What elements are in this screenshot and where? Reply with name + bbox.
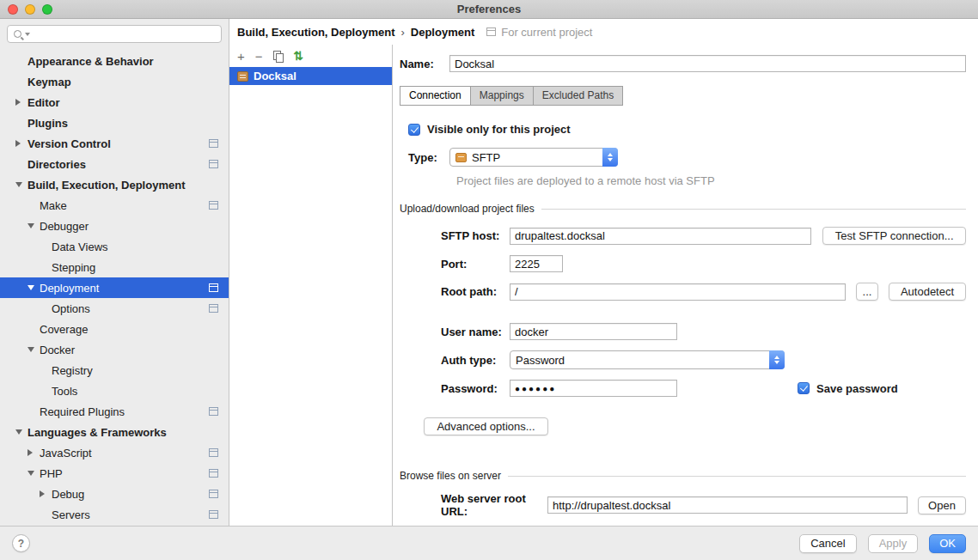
add-server-icon[interactable]: +: [237, 50, 245, 63]
project-level-icon: [486, 27, 496, 36]
sync-server-icon[interactable]: ⇅: [294, 50, 304, 62]
chevron-right-icon[interactable]: [15, 140, 28, 147]
traffic-lights: [8, 4, 52, 15]
breadcrumb-deployment[interactable]: Deployment: [411, 26, 474, 39]
auth-type-dropdown[interactable]: Password: [510, 350, 785, 369]
breadcrumb-separator-icon: ›: [400, 26, 404, 39]
sidebar-item-label: Docker: [40, 344, 75, 356]
server-list-item-docksal[interactable]: Docksal: [229, 67, 392, 85]
zoom-window-button[interactable]: [42, 4, 52, 15]
search-options-chevron-icon[interactable]: [25, 33, 30, 36]
sidebar-item-stepping[interactable]: Stepping: [0, 257, 229, 277]
save-password-label: Save password: [816, 382, 898, 395]
deployment-server-icon: [237, 71, 248, 82]
sftp-icon: [455, 153, 467, 162]
test-sftp-connection-button[interactable]: Test SFTP connection...: [822, 227, 966, 245]
sidebar-item-label: Data Views: [52, 240, 108, 253]
project-level-icon: [209, 407, 218, 416]
type-dropdown[interactable]: SFTP: [449, 148, 618, 167]
root-path-label: Root path:: [441, 285, 510, 298]
chevron-right-icon[interactable]: [28, 449, 40, 456]
port-input[interactable]: [510, 255, 563, 272]
cancel-button[interactable]: Cancel: [799, 534, 856, 553]
search-icon: [14, 30, 21, 38]
tab-excluded-paths[interactable]: Excluded Paths: [533, 86, 623, 106]
tab-mappings[interactable]: Mappings: [470, 86, 534, 106]
breadcrumb: Build, Execution, Deployment › Deploymen…: [229, 19, 978, 45]
visible-only-label: Visible only for this project: [427, 123, 571, 136]
project-level-icon: [209, 469, 218, 478]
settings-search-input[interactable]: [7, 25, 222, 43]
for-current-project-label: For current project: [501, 26, 592, 39]
sidebar-item-version-control[interactable]: Version Control: [0, 133, 229, 154]
sidebar-item-php[interactable]: PHP: [0, 463, 229, 484]
sidebar-item-languages-frameworks[interactable]: Languages & Frameworks: [0, 422, 229, 442]
type-help-text: Project files are deployed to a remote h…: [456, 174, 966, 187]
sidebar-item-servers[interactable]: Servers: [0, 504, 229, 525]
sidebar-item-required-plugins[interactable]: Required Plugins: [0, 401, 229, 422]
sidebar-item-editor[interactable]: Editor: [0, 92, 229, 113]
sidebar-item-options[interactable]: Options: [0, 298, 229, 319]
sidebar-item-label: Plugins: [28, 117, 68, 130]
sidebar-item-deployment[interactable]: Deployment: [0, 277, 229, 298]
sidebar-item-coverage[interactable]: Coverage: [0, 319, 229, 339]
name-input[interactable]: [449, 55, 966, 72]
save-password-checkbox[interactable]: [798, 382, 810, 394]
chevron-down-icon[interactable]: [15, 429, 28, 435]
sidebar-item-debug[interactable]: Debug: [0, 484, 229, 504]
sidebar-item-build-execution-deployment[interactable]: Build, Execution, Deployment: [0, 174, 229, 195]
sidebar-item-tools[interactable]: Tools: [0, 380, 229, 401]
root-path-input[interactable]: [510, 283, 846, 301]
sidebar-item-javascript[interactable]: JavaScript: [0, 442, 229, 463]
password-input[interactable]: [510, 380, 677, 397]
open-button[interactable]: Open: [918, 496, 966, 514]
sidebar-item-keymap[interactable]: Keymap: [0, 71, 229, 92]
copy-server-icon[interactable]: [273, 51, 284, 62]
chevron-right-icon[interactable]: [15, 99, 28, 106]
chevron-down-icon[interactable]: [28, 285, 40, 290]
breadcrumb-build-execution-deployment[interactable]: Build, Execution, Deployment: [237, 26, 394, 39]
type-label: Type:: [408, 151, 449, 164]
chevron-down-icon[interactable]: [28, 471, 40, 476]
sidebar-item-debugger[interactable]: Debugger: [0, 216, 229, 236]
web-root-input[interactable]: [547, 496, 908, 514]
sidebar-item-label: Coverage: [40, 323, 88, 336]
sidebar-item-registry[interactable]: Registry: [0, 360, 229, 380]
dropdown-stepper-icon[interactable]: [602, 148, 618, 167]
chevron-down-icon[interactable]: [15, 182, 28, 187]
sidebar-item-make[interactable]: Make: [0, 195, 229, 216]
sidebar-item-label: Tools: [52, 385, 77, 398]
sidebar-item-label: Servers: [52, 508, 90, 521]
section-divider: [541, 209, 966, 210]
name-label: Name:: [400, 58, 449, 70]
auth-type-label: Auth type:: [441, 354, 510, 367]
minimize-window-button[interactable]: [25, 4, 35, 15]
close-window-button[interactable]: [8, 4, 18, 15]
visible-only-checkbox[interactable]: [408, 124, 420, 136]
apply-button[interactable]: Apply: [868, 534, 919, 553]
chevron-down-icon[interactable]: [28, 223, 40, 228]
sidebar-item-label: Make: [40, 199, 67, 212]
browse-root-path-button[interactable]: ...: [856, 283, 878, 301]
remove-server-icon[interactable]: −: [255, 50, 263, 63]
tab-connection[interactable]: Connection: [400, 86, 471, 106]
dropdown-stepper-icon[interactable]: [769, 350, 785, 369]
advanced-options-button[interactable]: Advanced options...: [424, 417, 548, 435]
sidebar-item-data-views[interactable]: Data Views: [0, 236, 229, 257]
sidebar-item-directories[interactable]: Directories: [0, 154, 229, 174]
sidebar-item-appearance-behavior[interactable]: Appearance & Behavior: [0, 51, 229, 71]
sidebar-item-label: Debug: [52, 488, 84, 501]
user-name-input[interactable]: [510, 323, 677, 340]
sidebar-item-docker[interactable]: Docker: [0, 339, 229, 360]
chevron-right-icon[interactable]: [40, 490, 52, 497]
sidebar-item-plugins[interactable]: Plugins: [0, 113, 229, 133]
project-level-icon: [209, 139, 218, 148]
chevron-down-icon[interactable]: [28, 347, 40, 352]
sftp-host-input[interactable]: [510, 228, 811, 245]
sidebar-item-label: Deployment: [40, 282, 99, 295]
sidebar-item-label: Editor: [28, 96, 60, 109]
ok-button[interactable]: OK: [929, 534, 966, 553]
autodetect-button[interactable]: Autodetect: [889, 283, 966, 301]
help-button[interactable]: ?: [12, 534, 30, 552]
sidebar-item-label: Options: [52, 302, 90, 315]
